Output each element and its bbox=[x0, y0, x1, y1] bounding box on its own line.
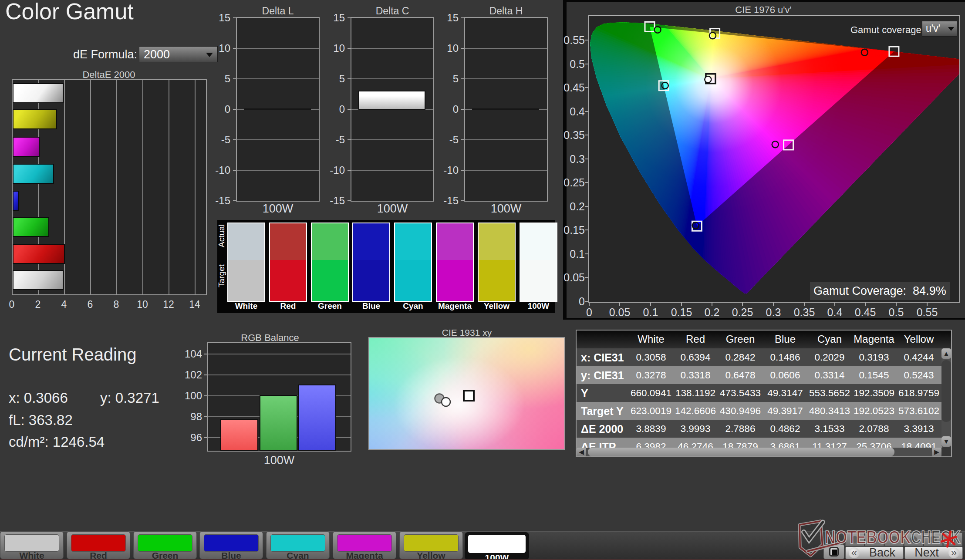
svg-text:NOTEBOOK: NOTEBOOK bbox=[825, 526, 911, 547]
